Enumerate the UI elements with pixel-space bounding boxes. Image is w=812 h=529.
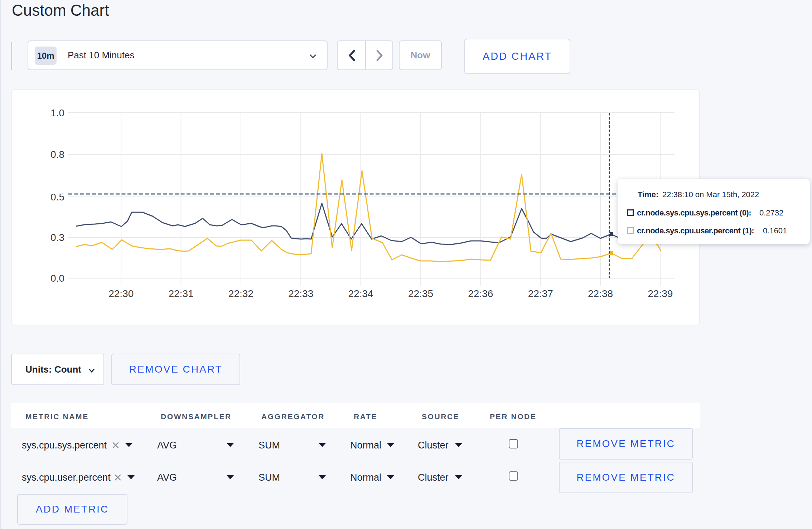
svg-text:1.0: 1.0 bbox=[50, 107, 64, 118]
svg-text:0.5: 0.5 bbox=[50, 191, 64, 203]
svg-text:22:34: 22:34 bbox=[348, 288, 373, 299]
svg-text:22:38: 22:38 bbox=[588, 288, 613, 299]
svg-text:22:35: 22:35 bbox=[408, 288, 433, 299]
svg-text:22:37: 22:37 bbox=[528, 288, 553, 299]
svg-text:0.0: 0.0 bbox=[50, 273, 64, 284]
svg-text:22:31: 22:31 bbox=[168, 288, 193, 299]
svg-text:0.8: 0.8 bbox=[50, 149, 64, 160]
svg-text:22:39: 22:39 bbox=[648, 288, 673, 299]
svg-text:22:36: 22:36 bbox=[468, 288, 493, 299]
svg-text:22:33: 22:33 bbox=[288, 288, 313, 299]
svg-text:0.3: 0.3 bbox=[50, 232, 64, 243]
svg-text:22:30: 22:30 bbox=[108, 288, 134, 299]
svg-text:22:32: 22:32 bbox=[228, 288, 253, 299]
